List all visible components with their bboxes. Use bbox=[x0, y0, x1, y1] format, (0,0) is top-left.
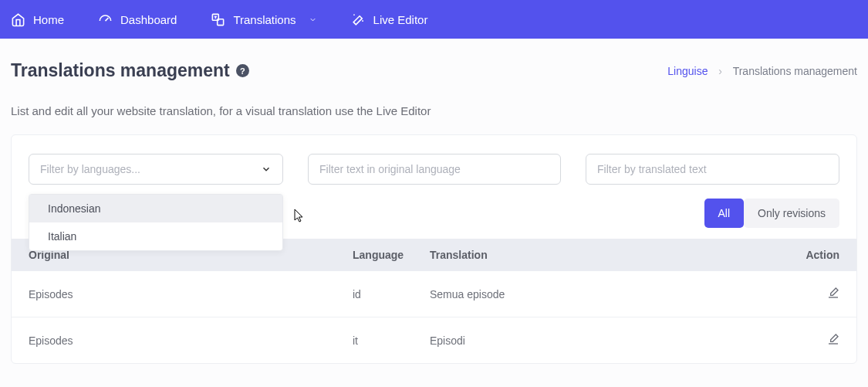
nav-dashboard-label: Dashboard bbox=[120, 13, 177, 26]
breadcrumb-root[interactable]: Linguise bbox=[667, 65, 708, 77]
breadcrumb: Linguise › Translations management bbox=[667, 65, 857, 77]
help-icon[interactable]: ? bbox=[236, 64, 249, 77]
translations-card: Filter by languages... Indonesian Italia… bbox=[11, 134, 857, 364]
translated-text-filter-input[interactable] bbox=[586, 154, 839, 185]
col-header-language: Language bbox=[353, 249, 430, 261]
dropdown-option-italian[interactable]: Italian bbox=[29, 222, 282, 250]
segment-all[interactable]: All bbox=[704, 199, 745, 228]
nav-dashboard[interactable]: Dashboard bbox=[98, 12, 177, 27]
chevron-down-icon bbox=[261, 164, 272, 175]
cell-translation: Episodi bbox=[430, 334, 793, 347]
original-text-filter-input[interactable] bbox=[308, 154, 561, 185]
wand-icon bbox=[351, 12, 366, 27]
nav-live-editor[interactable]: Live Editor bbox=[351, 12, 428, 27]
home-icon bbox=[11, 12, 25, 27]
page-title: Translations management bbox=[11, 60, 230, 81]
nav-translations-label: Translations bbox=[233, 13, 296, 26]
edit-icon[interactable] bbox=[827, 287, 839, 299]
dropdown-option-indonesian[interactable]: Indonesian bbox=[29, 195, 282, 222]
nav-translations[interactable]: Translations bbox=[211, 12, 316, 27]
language-filter-placeholder: Filter by languages... bbox=[40, 163, 140, 175]
chevron-down-icon bbox=[309, 15, 317, 24]
cell-translation: Semua episode bbox=[430, 288, 793, 300]
cell-original: Episodes bbox=[29, 288, 353, 300]
top-navbar: Home Dashboard Translations Live Editor bbox=[0, 0, 868, 39]
col-header-action: Action bbox=[793, 249, 839, 261]
table-row: Episodes id Semua episode bbox=[12, 271, 856, 317]
cell-original: Episodes bbox=[29, 334, 353, 347]
nav-home[interactable]: Home bbox=[11, 12, 64, 27]
col-header-translation: Translation bbox=[430, 249, 793, 261]
cell-language: it bbox=[353, 334, 430, 347]
cell-language: id bbox=[353, 288, 430, 300]
gauge-icon bbox=[98, 12, 113, 27]
intro-text: List and edit all your website translati… bbox=[11, 104, 857, 117]
chevron-right-icon: › bbox=[718, 65, 722, 77]
nav-home-label: Home bbox=[33, 13, 64, 26]
edit-icon[interactable] bbox=[827, 333, 839, 345]
language-filter-select[interactable]: Filter by languages... bbox=[29, 154, 283, 185]
nav-live-label: Live Editor bbox=[373, 13, 428, 26]
language-dropdown: Indonesian Italian bbox=[29, 194, 283, 251]
translate-icon bbox=[211, 12, 225, 27]
segment-revisions[interactable]: Only revisions bbox=[744, 199, 839, 228]
table-row: Episodes it Episodi bbox=[12, 317, 856, 363]
breadcrumb-current: Translations management bbox=[733, 65, 857, 77]
